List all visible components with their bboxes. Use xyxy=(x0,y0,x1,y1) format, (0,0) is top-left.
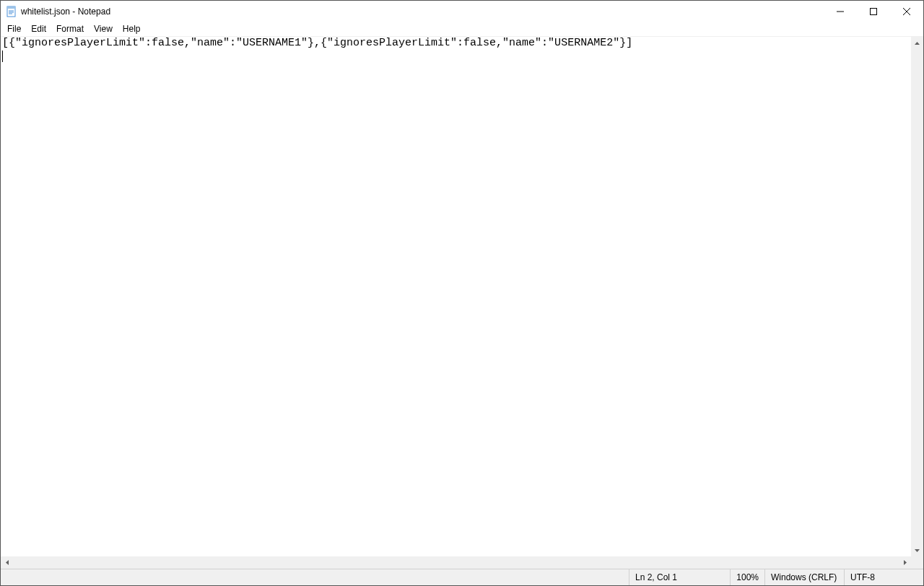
close-button[interactable] xyxy=(890,1,923,22)
titlebar: whitelist.json - Notepad xyxy=(1,1,923,22)
svg-rect-1 xyxy=(7,6,15,9)
statusbar: Ln 2, Col 1 100% Windows (CRLF) UTF-8 xyxy=(1,569,923,585)
editor-area: [{"ignoresPlayerLimit":false,"name":"USE… xyxy=(1,37,923,556)
menu-help[interactable]: Help xyxy=(118,23,146,35)
scroll-right-icon[interactable] xyxy=(899,556,911,569)
maximize-button[interactable] xyxy=(857,1,890,22)
status-encoding: UTF-8 xyxy=(844,569,923,585)
status-cursor-position: Ln 2, Col 1 xyxy=(629,569,730,585)
notepad-icon xyxy=(6,6,17,17)
horizontal-scrollbar[interactable] xyxy=(1,556,923,569)
menu-format[interactable]: Format xyxy=(51,23,89,35)
scroll-down-icon[interactable] xyxy=(911,544,923,556)
scroll-up-icon[interactable] xyxy=(911,37,923,49)
vertical-scrollbar[interactable] xyxy=(911,37,923,556)
svg-marker-9 xyxy=(915,42,920,45)
window-title: whitelist.json - Notepad xyxy=(21,6,824,17)
svg-marker-10 xyxy=(915,549,920,552)
menu-edit[interactable]: Edit xyxy=(26,23,51,35)
minimize-button[interactable] xyxy=(824,1,857,22)
status-zoom: 100% xyxy=(730,569,764,585)
menu-view[interactable]: View xyxy=(89,23,118,35)
scrollbar-corner xyxy=(911,556,923,569)
svg-rect-6 xyxy=(871,9,877,15)
statusbar-spacer xyxy=(1,569,629,585)
hscroll-track[interactable] xyxy=(13,556,899,569)
svg-marker-11 xyxy=(6,560,9,565)
scroll-left-icon[interactable] xyxy=(1,556,13,569)
text-editor[interactable]: [{"ignoresPlayerLimit":false,"name":"USE… xyxy=(1,37,911,556)
menu-file[interactable]: File xyxy=(2,23,26,35)
menubar: File Edit Format View Help xyxy=(1,22,923,37)
text-caret xyxy=(2,51,3,62)
window-controls xyxy=(824,1,923,22)
notepad-window: whitelist.json - Notepad File Edit Forma… xyxy=(0,0,924,586)
svg-marker-12 xyxy=(904,560,907,565)
status-line-ending: Windows (CRLF) xyxy=(764,569,844,585)
document-content: [{"ignoresPlayerLimit":false,"name":"USE… xyxy=(2,37,632,49)
